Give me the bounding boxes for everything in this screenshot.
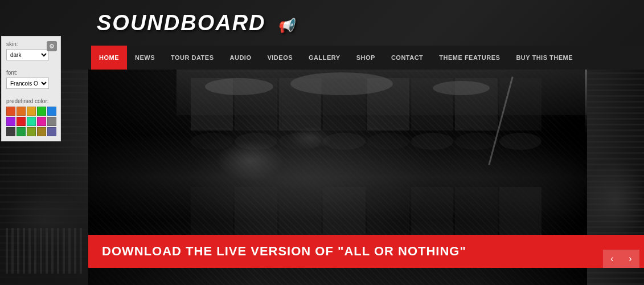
color-swatch[interactable] — [27, 107, 36, 116]
settings-panel: ⚙ skin: dark light font: Francois One Ar… — [1, 36, 61, 141]
site-logo[interactable]: SOUNDBOARD 📢 — [97, 11, 296, 35]
nav-item-shop[interactable]: SHOP — [348, 46, 383, 70]
color-swatch[interactable] — [27, 127, 36, 136]
color-swatch[interactable] — [17, 107, 26, 116]
download-banner[interactable]: DOWNLOAD THE LIVE VERSION OF "ALL OR NOT… — [88, 235, 644, 268]
color-swatch[interactable] — [37, 127, 46, 136]
color-swatch[interactable] — [6, 117, 15, 126]
nav-item-news[interactable]: NEWS — [127, 46, 163, 70]
prev-arrow[interactable]: ‹ — [603, 250, 621, 268]
color-swatch[interactable] — [6, 127, 15, 136]
color-swatch[interactable] — [47, 127, 56, 136]
nav-item-audio[interactable]: AUDIO — [222, 46, 260, 70]
hands-overlay — [191, 81, 390, 195]
nav-item-gallery[interactable]: GALLERY — [301, 46, 348, 70]
nav-item-contact[interactable]: CONTACT — [383, 46, 431, 70]
nav-item-theme-features[interactable]: THEME FEATURES — [431, 46, 508, 70]
next-arrow[interactable]: › — [621, 250, 639, 268]
color-swatch[interactable] — [37, 117, 46, 126]
skin-select[interactable]: dark light — [6, 49, 49, 60]
nav-item-tour-dates[interactable]: TOUR DATES — [163, 46, 222, 70]
settings-gear-button[interactable]: ⚙ — [47, 41, 57, 51]
download-text: DOWNLOAD THE LIVE VERSION OF "ALL OR NOT… — [102, 244, 466, 258]
main-content: DOWNLOAD THE LIVE VERSION OF "ALL OR NOT… — [0, 70, 644, 285]
color-grid — [6, 107, 56, 136]
font-label: font: — [6, 70, 56, 76]
color-swatch[interactable] — [47, 117, 56, 126]
color-swatch[interactable] — [47, 107, 56, 116]
nav-bar: HOMENEWSTOUR DATESAUDIOVIDEOSGALLERYSHOP… — [0, 46, 644, 70]
font-select[interactable]: Francois One Arial — [6, 78, 49, 89]
color-swatch[interactable] — [17, 127, 26, 136]
predefined-color-label: predefined color: — [6, 98, 56, 104]
color-swatch[interactable] — [27, 117, 36, 126]
color-swatch[interactable] — [17, 117, 26, 126]
nav-item-home[interactable]: HOME — [91, 46, 127, 70]
top-bar: SOUNDBOARD 📢 — [0, 0, 644, 46]
color-swatch[interactable] — [37, 107, 46, 116]
nav-item-videos[interactable]: VIDEOS — [259, 46, 301, 70]
color-swatch[interactable] — [6, 107, 15, 116]
logo-text: SOUNDBOARD — [97, 11, 266, 35]
nav-item-buy-this-theme[interactable]: BUY THIS THEME — [508, 46, 581, 70]
logo-icon: 📢 — [277, 18, 296, 34]
